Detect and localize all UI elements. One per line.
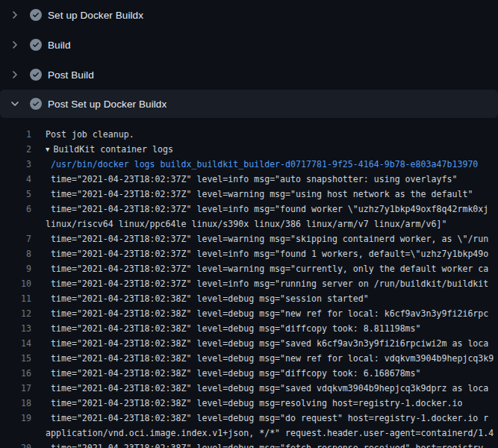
log-line: 7 time="2021-04-23T18:02:37Z" level=warn… — [0, 231, 498, 246]
log-viewer: 1 Post job cleanup. 2 ▼BuildKit containe… — [0, 118, 498, 448]
line-text: /usr/bin/docker logs buildx_buildkit_bui… — [46, 157, 478, 172]
step-row-post-set-up-docker-buildx[interactable]: Post Set up Docker Buildx — [0, 90, 498, 118]
log-line: 17 time="2021-04-23T18:02:38Z" level=deb… — [0, 381, 498, 396]
line-text: time="2021-04-23T18:02:37Z" level=warnin… — [46, 231, 488, 246]
check-circle-icon — [30, 39, 42, 51]
steps-list: Set up Docker Buildx Build Post Build Po… — [0, 0, 498, 118]
line-number[interactable]: 19 — [0, 411, 31, 426]
log-line: 3 /usr/bin/docker logs buildx_buildkit_b… — [0, 157, 498, 172]
log-line: 4 time="2021-04-23T18:02:37Z" level=info… — [0, 172, 498, 187]
line-number[interactable]: 7 — [0, 231, 31, 246]
step-label: Post Build — [48, 69, 94, 81]
check-circle-icon — [30, 98, 42, 110]
step-label: Post Set up Docker Buildx — [48, 99, 166, 110]
line-text: Post job cleanup. — [46, 127, 134, 142]
log-line: 10 time="2021-04-23T18:02:37Z" level=inf… — [0, 276, 498, 291]
line-text: time="2021-04-23T18:02:38Z" level=debug … — [46, 351, 494, 366]
step-label: Build — [48, 40, 71, 51]
line-number[interactable] — [0, 217, 31, 231]
line-number[interactable]: 13 — [0, 321, 31, 336]
chevron-right-icon — [9, 69, 21, 81]
log-line: application/vnd.oci.image.index.v1+json,… — [0, 426, 498, 441]
line-number[interactable]: 16 — [0, 366, 31, 381]
log-line: 11 time="2021-04-23T18:02:38Z" level=deb… — [0, 291, 498, 306]
check-circle-icon — [30, 69, 42, 81]
line-text: time="2021-04-23T18:02:37Z" level=warnin… — [46, 261, 488, 276]
log-line: 13 time="2021-04-23T18:02:38Z" level=deb… — [0, 321, 498, 336]
line-number[interactable]: 10 — [0, 276, 31, 291]
line-number[interactable]: 20 — [0, 441, 31, 448]
group-collapse-triangle-icon[interactable]: ▼ — [46, 142, 49, 157]
line-number[interactable]: 6 — [0, 202, 31, 217]
step-label: Set up Docker Buildx — [48, 10, 143, 21]
log-line: 8 time="2021-04-23T18:02:37Z" level=info… — [0, 246, 498, 261]
line-text: time="2021-04-23T18:02:37Z" level=info m… — [46, 276, 488, 291]
line-number[interactable] — [0, 426, 31, 441]
step-row-post-build[interactable]: Post Build — [0, 60, 498, 90]
log-line: 12 time="2021-04-23T18:02:38Z" level=deb… — [0, 306, 498, 321]
log-line: 16 time="2021-04-23T18:02:38Z" level=deb… — [0, 366, 498, 381]
line-text: time="2021-04-23T18:02:37Z" level=info m… — [46, 202, 488, 217]
log-line: 14 time="2021-04-23T18:02:38Z" level=deb… — [0, 336, 498, 351]
line-text: time="2021-04-23T18:02:37Z" level=warnin… — [46, 187, 473, 202]
log-line: 15 time="2021-04-23T18:02:38Z" level=deb… — [0, 351, 498, 366]
log-line: 2 ▼BuildKit container logs — [0, 142, 498, 157]
step-row-build[interactable]: Build — [0, 30, 498, 60]
line-text: time="2021-04-23T18:02:38Z" level=debug … — [46, 306, 488, 321]
line-text: time="2021-04-23T18:02:37Z" level=info m… — [46, 172, 457, 187]
line-number[interactable]: 17 — [0, 381, 31, 396]
log-line: 18 time="2021-04-23T18:02:38Z" level=deb… — [0, 396, 498, 411]
line-number[interactable]: 9 — [0, 261, 31, 276]
line-text: ▼BuildKit container logs — [46, 142, 173, 157]
log-line: linux/riscv64 linux/ppc64le linux/s390x … — [0, 217, 498, 231]
line-text: linux/riscv64 linux/ppc64le linux/s390x … — [46, 217, 446, 231]
chevron-down-icon — [9, 98, 21, 110]
check-circle-icon — [30, 9, 42, 21]
line-number[interactable]: 15 — [0, 351, 31, 366]
line-text: time="2021-04-23T18:02:37Z" level=info m… — [46, 246, 488, 261]
line-text: time="2021-04-23T18:02:38Z" level=debug … — [46, 321, 421, 336]
log-line: 6 time="2021-04-23T18:02:37Z" level=info… — [0, 202, 498, 217]
line-number[interactable]: 2 — [0, 142, 31, 157]
line-text: time="2021-04-23T18:02:38Z" level=debug … — [46, 396, 462, 411]
line-number[interactable]: 12 — [0, 306, 31, 321]
line-number[interactable]: 18 — [0, 396, 31, 411]
line-text: application/vnd.oci.image.index.v1+json,… — [46, 426, 494, 441]
line-number[interactable]: 3 — [0, 157, 31, 172]
log-line: 9 time="2021-04-23T18:02:37Z" level=warn… — [0, 261, 498, 276]
line-text: time="2021-04-23T18:02:38Z" level=debug … — [46, 336, 488, 351]
log-line: 20 time="2021-04-23T18:02:38Z" level=deb… — [0, 441, 498, 448]
workflow-job-log-panel: Set up Docker Buildx Build Post Build Po… — [0, 0, 498, 448]
log-line: 19 time="2021-04-23T18:02:38Z" level=deb… — [0, 411, 498, 426]
line-number[interactable]: 8 — [0, 246, 31, 261]
line-text: time="2021-04-23T18:02:38Z" level=debug … — [46, 411, 488, 426]
line-number[interactable]: 14 — [0, 336, 31, 351]
line-number[interactable]: 1 — [0, 127, 31, 142]
line-number[interactable]: 11 — [0, 291, 31, 306]
line-text: time="2021-04-23T18:02:38Z" level=debug … — [46, 441, 488, 448]
chevron-right-icon — [9, 9, 21, 21]
log-line: 5 time="2021-04-23T18:02:37Z" level=warn… — [0, 187, 498, 202]
log-line: 1 Post job cleanup. — [0, 127, 498, 142]
chevron-right-icon — [9, 39, 21, 51]
line-number[interactable]: 5 — [0, 187, 31, 202]
line-text: time="2021-04-23T18:02:38Z" level=debug … — [46, 366, 421, 381]
line-text: time="2021-04-23T18:02:38Z" level=debug … — [46, 291, 369, 306]
line-text: time="2021-04-23T18:02:38Z" level=debug … — [46, 381, 488, 396]
line-number[interactable]: 4 — [0, 172, 31, 187]
step-row-set-up-docker-buildx[interactable]: Set up Docker Buildx — [0, 0, 498, 30]
group-title: BuildKit container logs — [53, 144, 173, 155]
